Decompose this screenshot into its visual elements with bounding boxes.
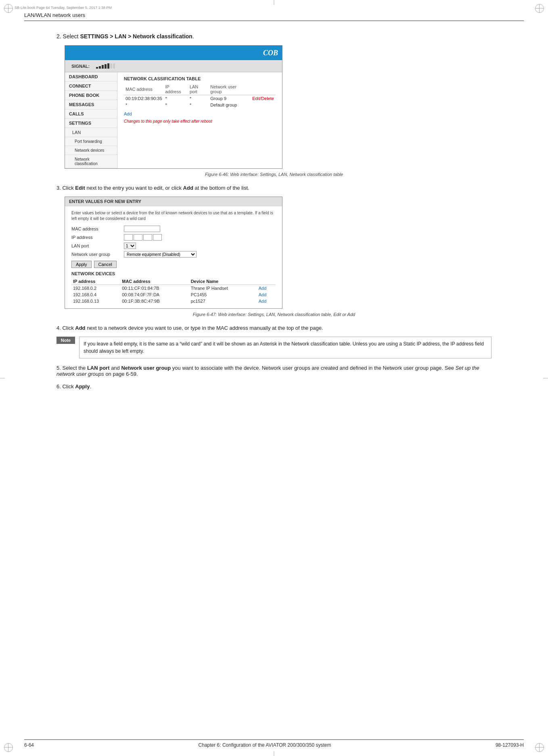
step5-bold1: LAN port — [87, 365, 110, 371]
step6-end: . — [90, 383, 91, 390]
left-tick — [0, 378, 5, 378]
signal-bar-5 — [107, 63, 109, 69]
step5-text: 5. Select the LAN port and Network user … — [56, 365, 492, 377]
web-interface-1: COB SIGNAL: DASHBOARD CONNECT — [65, 45, 282, 169]
ip-input-2[interactable] — [134, 234, 142, 241]
wi1-row1-lan: * — [188, 95, 209, 102]
net-row1-mac: 00:11:CF:01:84:7B — [120, 285, 189, 292]
wi2-btn-row: Apply Cancel — [71, 261, 276, 268]
net-row3-add[interactable]: Add — [257, 298, 276, 304]
bottom-tick — [274, 751, 274, 756]
sidebar-netdevices: Network devices — [65, 146, 117, 155]
wi1-add-link[interactable]: Add — [124, 111, 132, 116]
right-tick — [543, 378, 548, 378]
ip-inputs — [124, 234, 162, 241]
step5-pre: Select the — [62, 365, 87, 371]
wi1-th-group: Network user group — [209, 84, 251, 95]
ip-input-1[interactable] — [124, 234, 133, 241]
wi1-signal-label: SIGNAL: — [71, 64, 90, 69]
step6-pre: Click — [62, 383, 75, 390]
wi1-table-title: NETWORK CLASSIFICATION TABLE — [124, 76, 276, 81]
footer-right: 98-127093-H — [496, 742, 524, 748]
ip-label: IP address — [71, 235, 124, 240]
ip-input-3[interactable] — [143, 234, 152, 241]
wi1-row2-mac: * — [124, 102, 164, 108]
signal-bar-2 — [99, 66, 101, 69]
wi1-sidebar: DASHBOARD CONNECT PHONE BOOK MESSAGES CA… — [65, 72, 117, 168]
wi1-th-lan: LAN port — [188, 84, 209, 95]
footer-left: 6-64 — [24, 742, 34, 748]
signal-bar-7 — [113, 63, 115, 69]
wi1-main: NETWORK CLASSIFICATION TABLE MAC address… — [117, 72, 282, 168]
lan-label: LAN port — [71, 243, 124, 248]
sidebar-lan: LAN — [65, 128, 117, 137]
wi1-row1-link[interactable]: Edit/Delete — [251, 95, 276, 102]
step6-number: 6. — [56, 383, 61, 390]
net-th-action — [257, 278, 276, 285]
mac-label: MAC address — [71, 226, 124, 231]
page-header-title: LAN/WLAN network users — [24, 12, 85, 18]
apply-button[interactable]: Apply — [71, 261, 92, 268]
step2-bold: SETTINGS > LAN > Network classification — [80, 33, 192, 40]
step6-bold1: Apply — [75, 383, 90, 390]
net-row3-mac: 00:1F:3B:8C:47:9B — [120, 298, 189, 304]
net-row2-add[interactable]: Add — [257, 291, 276, 298]
table-row: 00:19:D2:38:90:35 * * Group 9 Edit/Delet… — [124, 95, 276, 102]
step5-end: you want to associate with the device. N… — [171, 365, 455, 371]
wi1-th-action — [251, 84, 276, 95]
step3-number: 3. — [56, 185, 61, 191]
step5-ref: on page 6-59. — [104, 371, 138, 377]
step2-end: . — [192, 33, 194, 40]
wi1-th-mac: MAC address — [124, 84, 164, 95]
step3-text: Click — [62, 185, 75, 191]
wi1-reboot-notice: Changes to this page only take effect af… — [124, 119, 276, 124]
note-label: Note — [56, 337, 75, 344]
lan-form-row: LAN port 123 — [71, 243, 276, 249]
wi1-row1-mac: 00:19:D2:38:90:35 — [124, 95, 164, 102]
corner-br — [535, 743, 544, 752]
cancel-button[interactable]: Cancel — [94, 261, 117, 268]
net-devices-title: NETWORK DEVICES — [71, 271, 276, 276]
wi1-row2-lan: * — [188, 102, 209, 108]
sidebar-messages: MESSAGES — [65, 100, 117, 109]
wi1-row2-group: Default group — [209, 102, 251, 108]
wi1-signal-bar: SIGNAL: — [65, 60, 282, 72]
net-devices-table: IP address MAC address Device Name 192.1… — [71, 278, 276, 304]
sidebar-connect: CONNECT — [65, 82, 117, 91]
sidebar-portfwd: Port forwarding — [65, 137, 117, 146]
wi1-table: MAC address IP address LAN port Network … — [124, 84, 276, 108]
mac-input[interactable] — [124, 226, 160, 232]
step3-mid: next to the entry you want to edit, or c… — [85, 185, 183, 191]
wi2-description: Enter values below or select a device fr… — [71, 210, 276, 222]
net-row2-mac: 00:08:74:0F:7F:DA — [120, 291, 189, 298]
main-content: 2. Select SETTINGS > LAN > Network class… — [24, 33, 524, 390]
wi1-body: DASHBOARD CONNECT PHONE BOOK MESSAGES CA… — [65, 72, 282, 168]
lan-select[interactable]: 123 — [124, 243, 136, 249]
wi1-th-ip: IP address — [164, 84, 188, 95]
wi1-header: COB — [65, 46, 282, 60]
step3-bold2: Add — [183, 185, 193, 191]
wi1-row2-link — [251, 102, 276, 108]
net-row1-add[interactable]: Add — [257, 285, 276, 292]
sidebar-phonebook: PHONE BOOK — [65, 91, 117, 100]
net-row1-ip: 192.168.0.2 — [71, 285, 120, 292]
net-th-name: Device Name — [189, 278, 257, 285]
book-ref: SB-Lite.book Page 64 Tuesday, September … — [15, 6, 112, 10]
wi2-edit-content: Enter values below or select a device fr… — [65, 206, 282, 308]
wi1-row2-ip: * — [164, 102, 188, 108]
net-row3-ip: 192.168.0.13 — [71, 298, 120, 304]
group-select[interactable]: Remote equipment (Disabled) — [124, 251, 197, 258]
step5-number: 5. — [56, 365, 61, 371]
wi1-row1-group: Group 9 — [209, 95, 251, 102]
wi1-logo: COB — [263, 49, 278, 57]
signal-bars — [96, 63, 115, 69]
figure46-caption: Figure 6-46: Web interface: Settings, LA… — [56, 172, 492, 177]
note-text: If you leave a field empty, it is the sa… — [79, 337, 492, 358]
note-box: Note If you leave a field empty, it is t… — [56, 337, 492, 358]
step5-bold2: Network user group — [121, 365, 171, 371]
step2-heading: 2. Select SETTINGS > LAN > Network class… — [56, 33, 492, 40]
wi1-row1-ip: * — [164, 95, 188, 102]
ip-input-4[interactable] — [153, 234, 162, 241]
net-th-mac: MAC address — [120, 278, 189, 285]
footer-center: Chapter 6: Configuration of the AVIATOR … — [199, 742, 331, 748]
